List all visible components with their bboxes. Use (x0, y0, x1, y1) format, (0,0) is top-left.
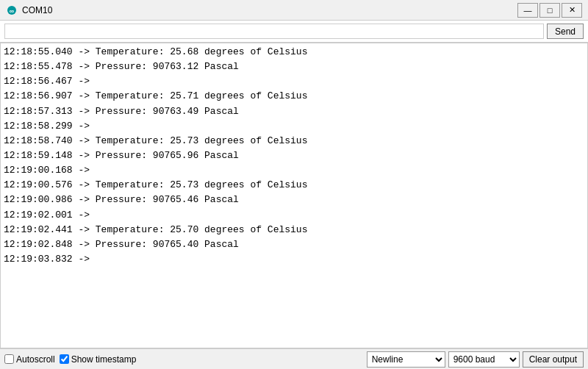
serial-output[interactable]: 12:18:55.040 -> Temperature: 25.68 degre… (0, 43, 588, 348)
send-button[interactable]: Send (547, 24, 584, 39)
serial-line: 12:19:02.441 -> Temperature: 25.70 degre… (4, 223, 584, 237)
serial-line: 12:18:56.907 -> Temperature: 25.71 degre… (4, 89, 584, 104)
autoscroll-label[interactable]: Autoscroll (4, 354, 55, 365)
newline-select[interactable]: No line endingNewlineCarriage returnBoth… (367, 351, 445, 368)
minimize-button[interactable]: — (517, 3, 538, 18)
status-left: Autoscroll Show timestamp (4, 354, 361, 365)
serial-line: 12:19:02.848 -> Pressure: 90765.40 Pasca… (4, 237, 584, 252)
status-bar: Autoscroll Show timestamp No line ending… (0, 348, 588, 369)
input-bar: Send (0, 21, 588, 43)
autoscroll-checkbox[interactable] (4, 354, 14, 364)
serial-line: 12:19:02.001 -> (4, 208, 584, 223)
title-bar: ∞ COM10 — □ ✕ (0, 0, 588, 21)
serial-line: 12:19:03.832 -> (4, 252, 584, 267)
serial-line: 12:18:56.467 -> (4, 74, 584, 89)
autoscroll-text: Autoscroll (16, 354, 55, 365)
baud-select[interactable]: 300 baud1200 baud2400 baud4800 baud9600 … (448, 351, 520, 368)
serial-line: 12:18:58.740 -> Temperature: 25.73 degre… (4, 134, 584, 148)
clear-output-button[interactable]: Clear output (523, 351, 584, 368)
status-right: No line endingNewlineCarriage returnBoth… (367, 351, 584, 368)
serial-line: 12:19:00.986 -> Pressure: 90765.46 Pasca… (4, 193, 584, 207)
serial-line: 12:18:59.148 -> Pressure: 90765.96 Pasca… (4, 148, 584, 163)
window-title: COM10 (22, 5, 517, 15)
serial-line: 12:19:00.168 -> (4, 163, 584, 178)
maximize-button[interactable]: □ (539, 3, 560, 18)
serial-line: 12:18:57.313 -> Pressure: 90763.49 Pasca… (4, 104, 584, 119)
serial-line: 12:18:55.478 -> Pressure: 90763.12 Pasca… (4, 60, 584, 74)
window-controls: — □ ✕ (517, 3, 582, 18)
serial-line: 12:19:00.576 -> Temperature: 25.73 degre… (4, 178, 584, 193)
app-icon: ∞ (6, 4, 18, 16)
serial-line: 12:18:58.299 -> (4, 119, 584, 134)
serial-input[interactable] (4, 24, 544, 39)
svg-text:∞: ∞ (10, 7, 15, 15)
show-timestamp-text: Show timestamp (71, 354, 137, 365)
show-timestamp-label[interactable]: Show timestamp (60, 354, 137, 365)
close-button[interactable]: ✕ (562, 3, 582, 18)
serial-line: 12:18:55.040 -> Temperature: 25.68 degre… (4, 45, 584, 60)
show-timestamp-checkbox[interactable] (60, 354, 69, 364)
